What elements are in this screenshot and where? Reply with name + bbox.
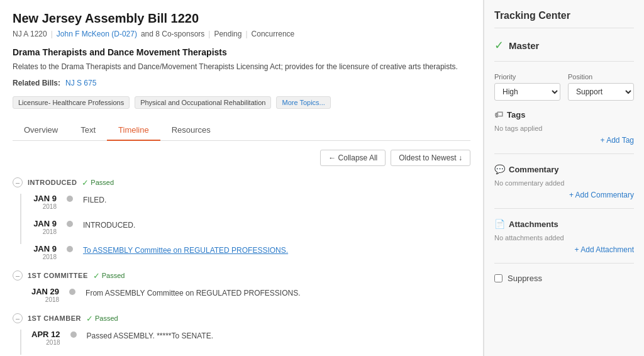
section-committee-header: – 1ST COMMITTEE ✓ Passed	[13, 270, 470, 281]
related-bills-label: Related Bills:	[13, 79, 60, 87]
attachments-icon: 📄	[494, 219, 505, 229]
section-introduced-header: – INTRODUCED ✓ Passed	[13, 177, 470, 187]
add-commentary-link[interactable]: + Add Commentary	[494, 191, 634, 199]
collapse-introduced-btn[interactable]: –	[13, 177, 23, 187]
no-attachments-text: No attachments added	[494, 234, 634, 242]
priority-position-row: Priority High Medium Low Position Suppor…	[494, 73, 634, 101]
priority-select[interactable]: High Medium Low	[494, 83, 560, 101]
position-label: Position	[568, 73, 634, 81]
attachments-section-title: 📄 Attachments	[494, 219, 634, 229]
section-committee-label: 1ST COMMITTEE	[28, 272, 88, 279]
position-select[interactable]: Support Oppose Watch Neutral	[568, 83, 634, 101]
event-text: From ASSEMBLY Committee on REGULATED PRO…	[86, 287, 300, 303]
meta-separator-3: |	[245, 30, 247, 38]
master-check-icon: ✓	[494, 38, 504, 52]
committee-passed-label: Passed	[102, 272, 125, 279]
no-commentary-text: No commentary added	[494, 179, 634, 187]
event-date-2: JAN 9 2018	[31, 244, 57, 260]
event-year: 2018	[31, 203, 57, 210]
event-year: 2018	[31, 253, 57, 260]
topic-tag-0[interactable]: Licensure- Healthcare Professions	[13, 96, 130, 109]
sort-btn[interactable]: Oldest to Newest ↓	[391, 150, 470, 166]
topic-tag-1[interactable]: Physical and Occupational Rehabilitation	[135, 96, 271, 109]
event-date-3: JAN 29 2018	[31, 287, 59, 303]
priority-label: Priority	[494, 73, 560, 81]
tags-section: 🏷 Tags No tags applied + Add Tag	[494, 109, 634, 154]
event-date-0: JAN 9 2018	[31, 194, 57, 210]
suppress-row: Suppress	[494, 274, 634, 283]
tab-text[interactable]: Text	[69, 120, 107, 141]
chamber-passed-label: Passed	[95, 314, 118, 322]
bill-subtitle: Drama Therapists and Dance Movement Ther…	[13, 47, 470, 57]
assembly-committee-link[interactable]: To ASSEMBLY Committee on REGULATED PROFE…	[83, 246, 288, 255]
committee-events: JAN 29 2018 From ASSEMBLY Committee on R…	[13, 287, 470, 303]
table-row: JAN 9 2018 FILED.	[31, 194, 470, 210]
cosponsor-text: and 8 Co-sponsors	[141, 30, 204, 38]
event-year: 2018	[31, 339, 60, 346]
sponsor-link[interactable]: John F McKeon (D-027)	[57, 30, 137, 38]
main-content: New Jersey Assembly Bill 1220 NJ A 1220 …	[0, 0, 484, 356]
collapse-all-btn[interactable]: ← Collapse All	[320, 150, 386, 166]
section-chamber-label: 1ST CHAMBER	[28, 314, 81, 322]
event-year: 2018	[31, 296, 59, 303]
event-year: 2018	[31, 228, 57, 235]
event-dot	[69, 289, 75, 295]
bill-meta: NJ A 1220 | John F McKeon (D-027) and 8 …	[13, 30, 470, 38]
section-1st-chamber: – 1ST CHAMBER ✓ Passed APR 12 2018 Passe…	[13, 313, 470, 356]
section-introduced-label: INTRODUCED	[28, 179, 77, 186]
section-chamber-header: – 1ST CHAMBER ✓ Passed	[13, 313, 470, 323]
introduced-passed-badge: ✓ Passed	[82, 178, 114, 187]
tags-section-title: 🏷 Tags	[494, 109, 634, 120]
master-label: Master	[509, 40, 539, 51]
event-dot	[67, 221, 73, 227]
event-month-day: APR 12	[31, 330, 60, 339]
event-month-day: JAN 9	[31, 219, 57, 228]
tags-title: Tags	[507, 110, 525, 120]
event-text: INTRODUCED.	[83, 219, 135, 235]
section-introduced: – INTRODUCED ✓ Passed JAN 9 2018 FILED.	[13, 177, 470, 260]
event-dot	[70, 331, 77, 338]
timeline-controls: ← Collapse All Oldest to Newest ↓	[13, 150, 470, 166]
add-attachment-link[interactable]: + Add Attachment	[494, 245, 634, 254]
event-text: FILED.	[83, 194, 106, 210]
add-tag-link[interactable]: + Add Tag	[494, 136, 634, 145]
tabs-nav: Overview Text Timeline Resources	[13, 120, 470, 141]
table-row: JAN 9 2018 To ASSEMBLY Committee on REGU…	[31, 244, 470, 260]
suppress-checkbox[interactable]	[494, 274, 502, 282]
committee-passed-badge: ✓ Passed	[93, 271, 125, 281]
attachments-section: 📄 Attachments No attachments added + Add…	[494, 219, 634, 264]
related-bills: Related Bills: NJ S 675	[13, 79, 470, 87]
introduced-passed-label: Passed	[91, 179, 114, 186]
sidebar: Tracking Center ✓ Master Priority High M…	[484, 0, 644, 356]
related-bill-link[interactable]: NJ S 675	[65, 79, 96, 87]
collapse-committee-btn[interactable]: –	[13, 270, 23, 281]
collapse-chamber-btn[interactable]: –	[13, 313, 23, 323]
no-tags-text: No tags applied	[494, 125, 634, 132]
section-1st-committee: – 1ST COMMITTEE ✓ Passed JAN 29 2018 Fro…	[13, 270, 470, 303]
event-text-link: To ASSEMBLY Committee on REGULATED PROFE…	[83, 244, 288, 260]
commentary-section: 💬 Commentary No commentary added + Add C…	[494, 164, 634, 209]
chamber-passed-badge: ✓ Passed	[86, 314, 118, 323]
commentary-icon: 💬	[494, 164, 505, 174]
priority-field: Priority High Medium Low	[494, 73, 560, 101]
commentary-title: Commentary	[509, 165, 558, 174]
introduced-check-icon: ✓	[82, 178, 89, 187]
more-topics-btn[interactable]: More Topics...	[276, 96, 330, 109]
bill-status: Pending	[214, 30, 242, 38]
bill-procedure: Concurrence	[252, 30, 295, 38]
meta-separator-2: |	[208, 30, 210, 38]
event-month-day: JAN 29	[31, 287, 59, 296]
chamber-events: APR 12 2018 Passed ASSEMBLY. *****To SEN…	[13, 330, 470, 356]
event-month-day: JAN 9	[31, 244, 57, 253]
tab-resources[interactable]: Resources	[160, 120, 222, 141]
bill-title: New Jersey Assembly Bill 1220	[13, 11, 470, 26]
introduced-events: JAN 9 2018 FILED. JAN 9 2018 INTRODUCED.	[13, 194, 470, 260]
tab-overview[interactable]: Overview	[13, 120, 69, 141]
suppress-label: Suppress	[508, 274, 542, 283]
table-row: APR 12 2018 Passed ASSEMBLY. *****To SEN…	[31, 330, 470, 346]
event-date-4: APR 12 2018	[31, 330, 60, 346]
attachments-title: Attachments	[509, 220, 558, 229]
event-dot	[67, 246, 73, 252]
table-row: JAN 29 2018 From ASSEMBLY Committee on R…	[31, 287, 470, 303]
tab-timeline[interactable]: Timeline	[107, 120, 160, 141]
